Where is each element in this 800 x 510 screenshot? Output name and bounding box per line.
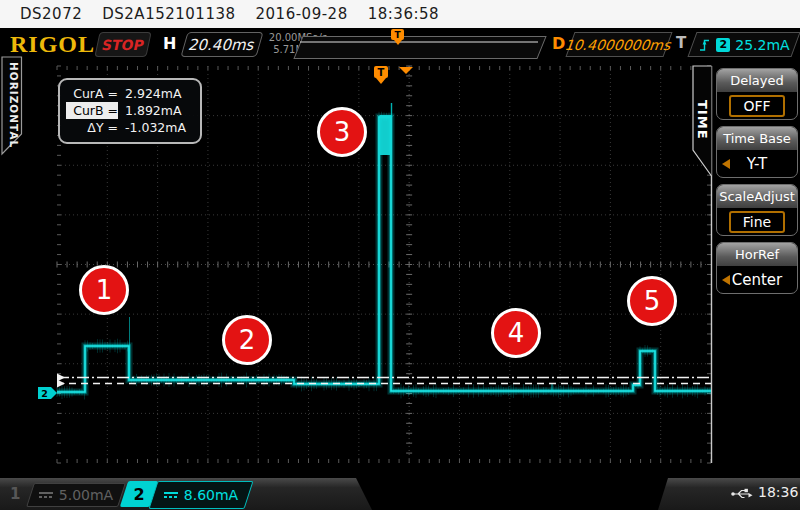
capture-date: 2016-09-28 [256, 5, 348, 23]
waveform-display: 2T [0, 0, 800, 510]
softkey-horref-label: HorRef [717, 243, 797, 266]
delay-readout[interactable]: 10.4000000ms [565, 32, 672, 57]
channel-status-bar: 1 5.00mA 2 8.60mA 18:36 [0, 478, 800, 510]
trigger-label: T [676, 34, 686, 52]
softkey-scaleadjust[interactable]: ScaleAdjust Fine [716, 184, 798, 236]
softkey-scaleadjust-label: ScaleAdjust [717, 185, 797, 208]
left-arrow-icon [722, 275, 730, 285]
clock-readout: 18:36 [758, 484, 798, 500]
cursor-measurement-box[interactable]: CurA = 2.924mA CurB = 1.892mA ΔY = -1.03… [58, 78, 202, 144]
cursor-a-label: CurA = [66, 85, 118, 102]
softkey-timebase-mode[interactable]: Time Base Y-T [716, 126, 798, 178]
callout-circle-3: 3 [317, 107, 367, 157]
trace-noise [57, 112, 710, 400]
cursor-b-label: CurB = [66, 102, 118, 119]
tab-horizontal[interactable]: HORIZONTAL [4, 60, 20, 150]
channel1-status-box[interactable]: 5.00mA [26, 483, 126, 507]
trigger-position-icon[interactable]: T [391, 29, 404, 40]
delta-y-label: ΔY = [66, 119, 118, 136]
softkey-horref[interactable]: HorRef Center [716, 242, 798, 294]
cursor-a-value: 2.924mA [125, 85, 182, 102]
timebase-readout[interactable]: 20.40ms [180, 32, 263, 57]
softkey-delayed-label: Delayed [717, 69, 797, 92]
softkey-scaleadjust-value: Fine [729, 211, 785, 233]
svg-text:T: T [378, 67, 385, 78]
trigger-t-marker [374, 66, 388, 78]
softkey-timebase-value: Y-T [747, 155, 768, 173]
burst-block [380, 115, 392, 155]
rigol-logo: RIGOL [10, 31, 95, 58]
rising-edge-icon [698, 37, 711, 52]
cursor-a-row: CurA = 2.924mA [66, 85, 194, 102]
dc-coupling-icon [39, 492, 53, 498]
status-header: RIGOL STOP H 20.40ms 20.00MSa/s 5.71M pt… [0, 28, 800, 62]
horizontal-center-marker [399, 67, 413, 74]
dc-coupling-icon [164, 492, 178, 498]
left-arrow-icon [722, 159, 730, 169]
channel2-trace [57, 117, 711, 392]
trigger-info-box[interactable]: 2 25.2mA [687, 32, 800, 57]
delta-y-value: -1.032mA [125, 119, 186, 136]
cursor-b-row: CurB = 1.892mA [66, 102, 194, 119]
serial-number: DS2A152101138 [102, 5, 235, 23]
oscilloscope-screen: DS2072 DS2A152101138 2016-09-28 18:36:58… [0, 0, 800, 510]
channel2-number: 2 [133, 485, 144, 504]
channel1-number: 1 [10, 485, 20, 503]
callout-circle-1: 1 [79, 265, 129, 315]
cursor-b-value: 1.892mA [125, 102, 182, 119]
channel2-ground-marker [38, 387, 57, 399]
channel2-scale: 8.60mA [184, 487, 238, 503]
svg-text:2: 2 [41, 388, 48, 399]
softkey-timebase-label: Time Base [717, 127, 797, 150]
cursor-a-arrow [57, 374, 65, 382]
model-name: DS2072 [20, 5, 82, 23]
horizontal-label: H [163, 34, 176, 53]
softkey-delayed[interactable]: Delayed OFF [716, 68, 798, 120]
channel1-scale: 5.00mA [59, 487, 113, 503]
channel2-status-box[interactable]: 8.60mA [148, 481, 253, 509]
callout-circle-4: 4 [491, 308, 541, 358]
run-state-badge: STOP [94, 32, 151, 57]
memory-waveform-zigzag [296, 36, 542, 57]
trigger-source-badge: 2 [716, 38, 730, 52]
softkey-delayed-value: OFF [729, 95, 784, 117]
cursor-b-arrow [57, 380, 65, 388]
usb-icon [730, 487, 754, 501]
callout-circle-5: 5 [627, 276, 677, 326]
tab-time[interactable]: TIME [694, 84, 710, 156]
softkey-horref-value: Center [732, 271, 783, 289]
window-title-bar: DS2072 DS2A152101138 2016-09-28 18:36:58 [0, 0, 800, 28]
capture-time: 18:36:58 [368, 5, 439, 23]
callout-circle-2: 2 [222, 315, 272, 365]
trigger-level-readout: 25.2mA [735, 37, 789, 53]
delta-y-row: ΔY = -1.032mA [66, 119, 194, 136]
trace-glow [57, 117, 711, 392]
